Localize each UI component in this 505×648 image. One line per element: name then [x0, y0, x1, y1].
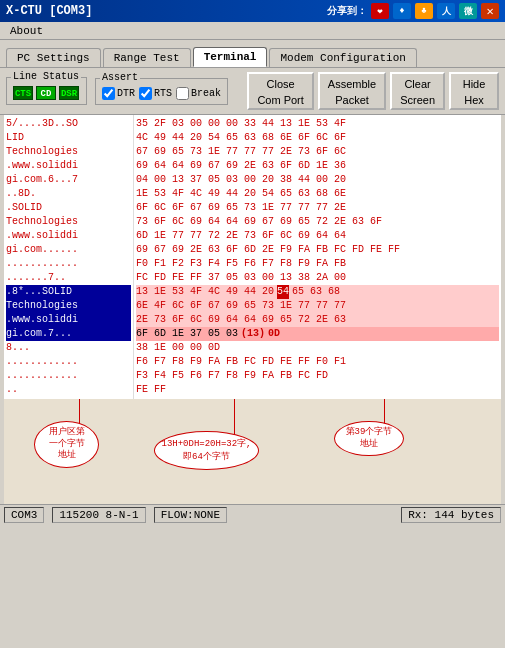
- dtr-checkbox[interactable]: [102, 87, 115, 100]
- status-port: COM3: [4, 507, 44, 523]
- annotation-bubble-1: 用户区第一个字节地址: [34, 421, 99, 468]
- menu-bar: About: [0, 22, 505, 40]
- hex-row-16: 38 1E 00 00 0D: [136, 341, 499, 355]
- assert-label: Assert: [100, 72, 140, 83]
- line-status-label: Line Status: [11, 71, 81, 82]
- left-line-9: gi.com......: [6, 243, 131, 257]
- left-line-8: .www.soliddi: [6, 229, 131, 243]
- window-close-button[interactable]: ✕: [481, 3, 499, 19]
- hex-row-14: 2E 73 6F 6C 69 64 64 69 65 72 2E 63: [136, 313, 499, 327]
- close-com-port-button[interactable]: CloseCom Port: [247, 72, 313, 110]
- annotation-area: 用户区第一个字节地址 13H+0DH=20H=32字,即64个字节 第39个字节…: [4, 399, 501, 504]
- left-line-16: 8...: [6, 341, 131, 355]
- tab-range-test[interactable]: Range Test: [103, 48, 191, 67]
- left-line-10: ............: [6, 257, 131, 271]
- status-flow: FLOW:NONE: [154, 507, 227, 523]
- led-cts: CTS: [13, 86, 33, 100]
- arrow-line-2: [234, 399, 235, 434]
- break-checkbox[interactable]: [176, 87, 189, 100]
- annotation-bubble-2: 13H+0DH=20H=32字,即64个字节: [154, 431, 259, 470]
- status-bar: COM3 115200 8-N-1 FLOW:NONE Rx: 144 byte…: [0, 504, 505, 524]
- title-bar: X-CTU [COM3] 分享到： ❤ ♦ ♣ 人 微 ✕: [0, 0, 505, 22]
- left-line-15: gi.com.7...: [6, 327, 131, 341]
- tab-terminal[interactable]: Terminal: [193, 47, 268, 67]
- share-label: 分享到：: [327, 4, 367, 18]
- left-line-11: .......7..: [6, 271, 131, 285]
- left-line-14: .www.soliddi: [6, 313, 131, 327]
- left-line-3: .www.soliddi: [6, 159, 131, 173]
- assert-group: Assert DTR RTS Break: [95, 78, 228, 105]
- status-config: 115200 8-N-1: [52, 507, 145, 523]
- tab-bar: PC Settings Range Test Terminal Modem Co…: [0, 40, 505, 68]
- hex-row-9: 69 67 69 2E 63 6F 6D 2E F9 FA FB FC FD F…: [136, 243, 499, 257]
- left-line-5: ..8D.: [6, 187, 131, 201]
- hex-row-4: 04 00 13 37 05 03 00 20 38 44 00 20: [136, 173, 499, 187]
- left-line-6: .SOLID: [6, 201, 131, 215]
- left-line-0: 5/....3D..SO: [6, 117, 131, 131]
- annotation-bubble-3: 第39个字节地址: [334, 421, 404, 456]
- hex-row-17: F6 F7 F8 F9 FA FB FC FD FE FF F0 F1: [136, 355, 499, 369]
- share-btn-5[interactable]: 微: [459, 3, 477, 19]
- action-buttons: CloseCom Port AssemblePacket ClearScreen…: [247, 72, 499, 110]
- share-bar: 分享到： ❤ ♦ ♣ 人 微 ✕: [327, 3, 499, 19]
- menu-about[interactable]: About: [4, 23, 49, 39]
- arrow-line-3: [384, 399, 385, 424]
- hex-row-3: 69 64 64 69 67 69 2E 63 6F 6D 1E 36: [136, 159, 499, 173]
- left-line-4: gi.com.6...7: [6, 173, 131, 187]
- hex-row-12: 13 1E 53 4F 4C 49 44 20 54 65 63 68: [136, 285, 499, 299]
- hex-row-19: FE FF: [136, 383, 499, 397]
- left-line-2: Technologies: [6, 145, 131, 159]
- terminal-wrapper: 5/....3D..SO LID Technologies .www.solid…: [4, 115, 501, 399]
- hex-row-15: 6F 6D 1E 37 05 03(13)0D: [136, 327, 499, 341]
- arrow-line-1: [79, 399, 80, 424]
- share-btn-2[interactable]: ♦: [393, 3, 411, 19]
- hex-row-18: F3 F4 F5 F6 F7 F8 F9 FA FB FC FD: [136, 369, 499, 383]
- left-line-12: .8*...SOLID: [6, 285, 131, 299]
- status-rx: Rx: 144 bytes: [401, 507, 501, 523]
- hex-row-10: F0 F1 F2 F3 F4 F5 F6 F7 F8 F9 FA FB: [136, 257, 499, 271]
- left-line-19: ..: [6, 383, 131, 397]
- dtr-checkbox-label[interactable]: DTR: [102, 87, 135, 100]
- hex-row-1: 4C 49 44 20 54 65 63 68 6E 6F 6C 6F: [136, 131, 499, 145]
- left-line-1: LID: [6, 131, 131, 145]
- hex-row-13: 6E 4F 6C 6F 67 69 65 73 1E 77 77 77: [136, 299, 499, 313]
- share-btn-3[interactable]: ♣: [415, 3, 433, 19]
- tab-modem-config[interactable]: Modem Configuration: [269, 48, 416, 67]
- led-dsr: DSR: [59, 86, 79, 100]
- left-line-13: Technologies: [6, 299, 131, 313]
- line-status-group: Line Status CTS CD DSR: [6, 77, 87, 105]
- hex-row-0: 35 2F 03 00 00 00 33 44 13 1E 53 4F: [136, 117, 499, 131]
- hex-row-2: 67 69 65 73 1E 77 77 77 2E 73 6F 6C: [136, 145, 499, 159]
- share-btn-4[interactable]: 人: [437, 3, 455, 19]
- app-title: X-CTU [COM3]: [6, 4, 327, 18]
- tab-pc-settings[interactable]: PC Settings: [6, 48, 101, 67]
- share-btn-1[interactable]: ❤: [371, 3, 389, 19]
- clear-screen-button[interactable]: ClearScreen: [390, 72, 445, 110]
- hide-hex-button[interactable]: HideHex: [449, 72, 499, 110]
- left-line-18: ............: [6, 369, 131, 383]
- controls-area: Line Status CTS CD DSR Assert DTR RTS Br…: [0, 68, 505, 115]
- break-checkbox-label[interactable]: Break: [176, 87, 221, 100]
- hex-row-8: 6D 1E 77 77 72 2E 73 6F 6C 69 64 64: [136, 229, 499, 243]
- terminal-right-panel: 35 2F 03 00 00 00 33 44 13 1E 53 4F 4C 4…: [134, 115, 501, 399]
- left-line-7: Technologies: [6, 215, 131, 229]
- terminal-left-panel: 5/....3D..SO LID Technologies .www.solid…: [4, 115, 134, 399]
- hex-row-7: 73 6F 6C 69 64 64 69 67 69 65 72 2E 63 6…: [136, 215, 499, 229]
- hex-row-5: 1E 53 4F 4C 49 44 20 54 65 63 68 6E: [136, 187, 499, 201]
- hex-row-11: FC FD FE FF 37 05 03 00 13 38 2A 00: [136, 271, 499, 285]
- assemble-packet-button[interactable]: AssemblePacket: [318, 72, 386, 110]
- hex-row-6: 6F 6C 6F 67 69 65 73 1E 77 77 77 2E: [136, 201, 499, 215]
- rts-checkbox[interactable]: [139, 87, 152, 100]
- left-line-17: ............: [6, 355, 131, 369]
- rts-checkbox-label[interactable]: RTS: [139, 87, 172, 100]
- led-cd: CD: [36, 86, 56, 100]
